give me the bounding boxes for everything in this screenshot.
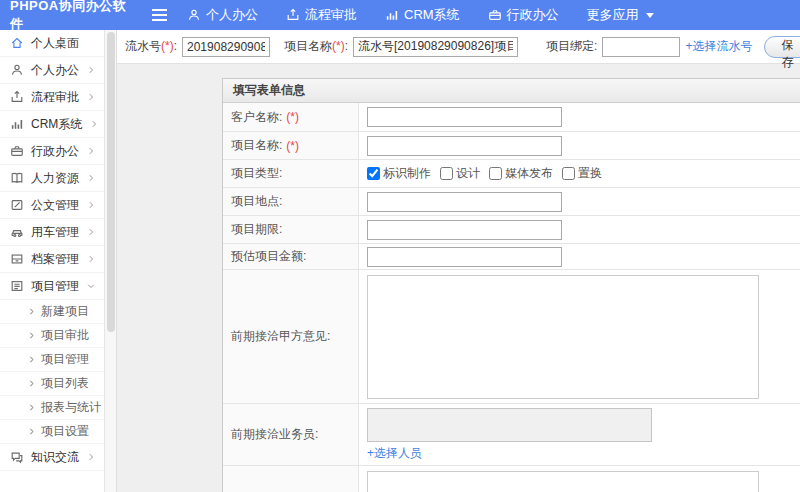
sidebar-item-label: 公文管理 (31, 197, 79, 214)
sidebar-item-knowledge-exchange[interactable]: 知识交流 (0, 444, 104, 471)
nav-label: 行政办公 (507, 6, 559, 24)
project-name-field-input[interactable] (367, 136, 562, 156)
sidebar-item-label: CRM系统 (31, 116, 82, 133)
sidebar-item-hr[interactable]: 人力资源 (0, 165, 104, 192)
chat-icon (10, 450, 24, 464)
sidebar-item-admin-office[interactable]: 行政办公 (0, 138, 104, 165)
sidebar-subitem-reports-stats[interactable]: 报表与统计 (0, 396, 104, 420)
sidebar-item-label: 个人桌面 (31, 35, 79, 52)
nav-label: CRM系统 (404, 6, 460, 24)
bar-chart-icon (385, 8, 399, 22)
form-row-project-type: 项目类型: 标识制作 设计 媒体发布 置换 (223, 159, 800, 187)
nav-more-apps[interactable]: 更多应用 (587, 6, 654, 24)
sidebar-item-crm[interactable]: CRM系统 (0, 111, 104, 138)
sidebar: 个人桌面 个人办公 流程审批 CRM系统 行政办公 人力资源 (0, 30, 105, 492)
sidebar-subitem-project-list[interactable]: 项目列表 (0, 372, 104, 396)
customer-name-label: 客户名称:(*) (223, 103, 359, 131)
project-location-input[interactable] (367, 192, 562, 212)
chevron-right-icon (86, 254, 96, 264)
sidebar-item-document-mgmt[interactable]: 公文管理 (0, 192, 104, 219)
chevron-right-icon (27, 355, 36, 364)
document-edit-icon (10, 198, 24, 212)
sidebar-subitem-project-manage[interactable]: 项目管理 (0, 348, 104, 372)
sidebar-subitem-project-settings[interactable]: 项目设置 (0, 420, 104, 444)
chevron-right-icon (27, 427, 36, 436)
design-checkbox[interactable] (440, 167, 453, 180)
sidebar-scrollbar[interactable] (105, 30, 117, 492)
nav-crm-system[interactable]: CRM系统 (385, 6, 460, 24)
archive-icon (10, 252, 24, 266)
bottom-row-textarea[interactable] (367, 471, 759, 492)
sidebar-item-personal-office[interactable]: 个人办公 (0, 57, 104, 84)
menu-toggle-icon[interactable] (152, 9, 167, 21)
sign-making-checkbox[interactable] (367, 167, 380, 180)
chevron-right-icon (27, 379, 36, 388)
sidebar-subitem-label: 项目管理 (41, 351, 89, 368)
form-table: 填写表单信息 客户名称:(*) 项目名称:(*) 项目类型: 标识制作 设计 媒… (222, 78, 800, 492)
party-a-opinion-label: 前期接洽甲方意见: (223, 270, 359, 403)
form-section-title: 填写表单信息 (223, 79, 800, 103)
sidebar-item-label: 项目管理 (31, 278, 79, 295)
chevron-right-icon (86, 92, 96, 102)
sidebar-item-personal-desktop[interactable]: 个人桌面 (0, 30, 104, 57)
sidebar-item-label: 人力资源 (31, 170, 79, 187)
chevron-right-icon (86, 200, 96, 210)
select-serial-link[interactable]: +选择流水号 (685, 38, 752, 55)
salesperson-display-textarea (367, 408, 652, 442)
project-budget-label: 预估项目金额: (223, 244, 359, 269)
nav-personal-office[interactable]: 个人办公 (187, 6, 258, 24)
customer-name-input[interactable] (367, 107, 562, 127)
sidebar-subitem-new-project[interactable]: 新建项目 (0, 300, 104, 324)
serial-number-input[interactable] (182, 37, 270, 57)
chevron-right-icon (86, 227, 96, 237)
bottom-row-label (223, 466, 359, 492)
workflow-icon (10, 90, 24, 104)
book-icon (10, 171, 24, 185)
project-bind-input[interactable] (602, 37, 680, 57)
project-duration-label: 项目期限: (223, 216, 359, 243)
sidebar-subitem-label: 项目审批 (41, 327, 89, 344)
checkbox-replace[interactable]: 置换 (562, 165, 602, 182)
sidebar-item-label: 行政办公 (31, 143, 79, 160)
sidebar-item-label: 个人办公 (31, 62, 79, 79)
party-a-opinion-textarea[interactable] (367, 275, 759, 399)
project-type-label: 项目类型: (223, 160, 359, 187)
sidebar-item-label: 档案管理 (31, 251, 79, 268)
chevron-right-icon (86, 452, 96, 462)
sidebar-item-archive-mgmt[interactable]: 档案管理 (0, 246, 104, 273)
nav-label: 更多应用 (587, 6, 639, 24)
checkbox-design[interactable]: 设计 (440, 165, 480, 182)
chevron-right-icon (86, 146, 96, 156)
sidebar-item-workflow-approval[interactable]: 流程审批 (0, 84, 104, 111)
nav-admin-office[interactable]: 行政办公 (488, 6, 559, 24)
project-name-label: 项目名称(*): (284, 38, 348, 55)
save-button[interactable]: 保 存 (764, 36, 800, 58)
checkbox-media-publish[interactable]: 媒体发布 (489, 165, 553, 182)
project-duration-input[interactable] (367, 220, 562, 240)
app-logo: PHPOA协同办公软件 (0, 0, 128, 33)
chevron-right-icon (86, 65, 96, 75)
sidebar-subitem-label: 新建项目 (41, 303, 89, 320)
nav-workflow-approval[interactable]: 流程审批 (286, 6, 357, 24)
replace-checkbox[interactable] (562, 167, 575, 180)
caret-down-icon (646, 13, 654, 18)
sidebar-subitem-project-approval[interactable]: 项目审批 (0, 324, 104, 348)
form-row-location: 项目地点: (223, 187, 800, 215)
media-publish-checkbox[interactable] (489, 167, 502, 180)
sidebar-item-vehicle-mgmt[interactable]: 用车管理 (0, 219, 104, 246)
main-area: 流水号(*): 项目名称(*): 项目绑定: +选择流水号 保 存 填写表单信息… (117, 30, 800, 492)
user-icon (187, 8, 201, 22)
sidebar-subitem-label: 报表与统计 (41, 399, 101, 416)
select-person-link[interactable]: +选择人员 (367, 445, 422, 462)
project-name-input[interactable] (353, 37, 518, 57)
chevron-right-icon (27, 403, 36, 412)
scrollbar-thumb[interactable] (107, 32, 115, 332)
form-row-duration: 项目期限: (223, 215, 800, 243)
project-budget-input[interactable] (367, 247, 562, 267)
sidebar-item-project-mgmt[interactable]: 项目管理 (0, 273, 104, 300)
chevron-right-icon (27, 331, 36, 340)
briefcase-icon (10, 144, 24, 158)
checkbox-sign-making[interactable]: 标识制作 (367, 165, 431, 182)
form-row-bottom (223, 465, 800, 492)
chevron-right-icon (27, 307, 36, 316)
